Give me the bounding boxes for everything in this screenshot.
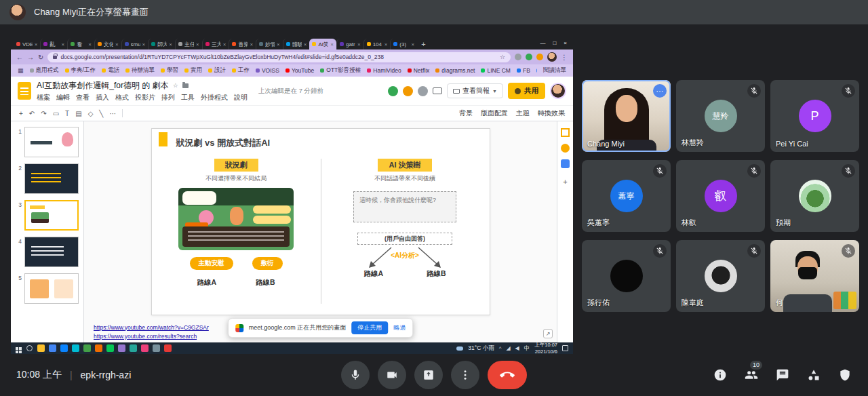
browser-tab[interactable]: 文化 × bbox=[94, 39, 121, 50]
browser-menu-icon[interactable]: ⋮ bbox=[561, 54, 568, 61]
keep-icon[interactable] bbox=[561, 144, 570, 153]
bookmark-item[interactable]: 應用程式 bbox=[30, 66, 59, 75]
tab-close-icon[interactable]: × bbox=[330, 41, 334, 47]
bookmark-item[interactable]: VOISS bbox=[256, 67, 279, 74]
tasks-icon[interactable] bbox=[561, 159, 570, 168]
toolbar-icon[interactable]: ▤ bbox=[75, 110, 81, 117]
account-avatar[interactable] bbox=[550, 83, 566, 99]
tab-close-icon[interactable]: × bbox=[223, 41, 226, 47]
participant-tile[interactable]: ⋯ 陳韋庭 bbox=[676, 240, 765, 312]
keep-note-icon[interactable] bbox=[561, 128, 570, 137]
extension-icon[interactable] bbox=[536, 54, 543, 60]
browser-tab[interactable]: gatr × bbox=[336, 39, 363, 50]
tab-close-icon[interactable]: × bbox=[277, 41, 280, 47]
dismiss-button[interactable]: 略過 bbox=[393, 323, 406, 332]
add-addon-icon[interactable]: + bbox=[563, 178, 567, 186]
last-edit-status[interactable]: 上次編輯是在 7 分鐘前 bbox=[258, 87, 323, 96]
participant-tile[interactable]: 蕙寧 ⋯ 吳蕙寧 bbox=[582, 160, 671, 232]
bookmark-item[interactable]: diagrams.net bbox=[435, 67, 475, 74]
participant-tile[interactable]: 叡 ⋯ 林叡 bbox=[676, 160, 765, 232]
address-input[interactable]: docs.google.com/presentation/d/1RTuYD7CP… bbox=[47, 52, 511, 62]
current-slide[interactable]: 狀況劇 vs 開放式對話AI 狀況劇 不同選擇帶來不同結局 bbox=[151, 128, 490, 315]
tab-close-icon[interactable]: × bbox=[142, 41, 146, 47]
tab-close-icon[interactable]: × bbox=[357, 41, 361, 47]
toolbar-icon[interactable]: ↶ bbox=[29, 110, 35, 117]
taskbar-app-icon[interactable] bbox=[118, 344, 125, 352]
filmstrip-item[interactable]: 4 bbox=[11, 237, 83, 267]
browser-tab[interactable]: 104 × bbox=[363, 39, 391, 50]
extension-icon[interactable] bbox=[526, 54, 532, 60]
tab-close-icon[interactable]: × bbox=[384, 41, 388, 47]
youtube-link[interactable]: https://www.youtube.com/results?search bbox=[94, 332, 209, 341]
tab-close-icon[interactable]: × bbox=[35, 41, 38, 47]
search-icon[interactable] bbox=[26, 345, 33, 351]
volume-icon[interactable]: ◀ bbox=[515, 345, 519, 351]
taskbar-app-icon[interactable] bbox=[60, 344, 68, 352]
host-controls-button[interactable] bbox=[838, 368, 852, 382]
activities-button[interactable] bbox=[807, 368, 821, 382]
slide-thumbnail[interactable] bbox=[24, 237, 79, 267]
browser-tab[interactable]: VDE × bbox=[14, 39, 40, 50]
extensions-icon[interactable] bbox=[515, 54, 521, 60]
bookmark-item[interactable]: LINE CM bbox=[481, 67, 510, 74]
youtube-link[interactable]: https://www.youtube.com/watch?v=C9GZSAr bbox=[94, 323, 209, 332]
bookmark-item[interactable]: OTT影音授權 bbox=[320, 66, 361, 75]
tab-close-icon[interactable]: × bbox=[196, 41, 199, 47]
filmstrip-item[interactable]: 5 bbox=[11, 273, 83, 304]
browser-tab[interactable]: 三大 × bbox=[202, 39, 229, 50]
present-button[interactable]: 查看簡報 ▼ bbox=[447, 83, 503, 98]
participants-button[interactable]: 10 bbox=[745, 368, 758, 382]
filmstrip-item[interactable]: 3 bbox=[11, 200, 83, 231]
menu-item[interactable]: 工具 bbox=[181, 93, 195, 102]
slides-logo-icon[interactable] bbox=[18, 82, 31, 100]
browser-tab[interactable]: 亂 × bbox=[40, 39, 67, 50]
tab-close-icon[interactable]: × bbox=[411, 41, 414, 47]
bookmark-item[interactable]: 工作 bbox=[232, 66, 250, 75]
slide-thumbnail[interactable] bbox=[24, 200, 79, 231]
browser-tab[interactable]: AI笑 × bbox=[309, 39, 336, 50]
folder-icon[interactable] bbox=[182, 83, 189, 88]
taskbar-app-icon[interactable] bbox=[83, 344, 91, 352]
bookmark-item[interactable]: Netflix bbox=[408, 67, 430, 74]
menu-item[interactable]: 檔案 bbox=[37, 93, 50, 102]
tray-expand-icon[interactable]: ^ bbox=[499, 345, 502, 351]
menu-item[interactable]: 投影片 bbox=[135, 93, 155, 102]
toolbar-text-button[interactable]: 轉換效果 bbox=[538, 108, 565, 118]
leave-call-button[interactable] bbox=[488, 361, 527, 389]
stop-sharing-button[interactable]: 停止共用 bbox=[351, 321, 388, 334]
browser-tab[interactable]: 首樂 × bbox=[229, 39, 256, 50]
taskbar-app-icon[interactable] bbox=[95, 344, 102, 352]
tab-close-icon[interactable]: × bbox=[169, 41, 172, 47]
toolbar-icon[interactable]: T bbox=[65, 110, 69, 117]
participant-tile[interactable]: 慧羚 ⋯ 林慧羚 bbox=[676, 80, 765, 152]
taskbar-app-icon[interactable] bbox=[49, 344, 56, 352]
taskbar-app-icon[interactable] bbox=[164, 344, 172, 352]
present-screen-button[interactable] bbox=[414, 361, 443, 389]
star-icon[interactable]: ☆ bbox=[173, 82, 178, 89]
toolbar-icon[interactable]: ◇ bbox=[88, 110, 94, 117]
present-to-meeting-icon[interactable] bbox=[433, 87, 442, 94]
bookmark-star-icon[interactable]: ☆ bbox=[500, 54, 505, 60]
chat-button[interactable] bbox=[776, 368, 789, 382]
slide-thumbnail[interactable] bbox=[24, 163, 79, 194]
bookmark-item[interactable]: 待辦清單 bbox=[125, 66, 155, 75]
extension-badge-icon[interactable] bbox=[388, 86, 398, 96]
menu-item[interactable]: 說明 bbox=[234, 93, 248, 102]
toolbar-icon[interactable]: ▭ bbox=[53, 110, 59, 117]
window-maximize-button[interactable]: □ bbox=[553, 40, 556, 46]
participant-tile[interactable]: P ⋯ Pei Yi Cai bbox=[770, 80, 859, 152]
extension-badge-icon[interactable] bbox=[403, 86, 413, 96]
network-icon[interactable]: ◢ bbox=[506, 345, 510, 351]
browser-tab[interactable]: 師大 × bbox=[148, 39, 175, 50]
participant-tile[interactable]: ⋯ Chang Miyi bbox=[582, 80, 671, 152]
slide-thumbnail[interactable] bbox=[24, 273, 79, 304]
bookmark-item[interactable]: FB bbox=[517, 67, 530, 74]
filmstrip-item[interactable]: 1 bbox=[11, 127, 83, 157]
notification-center-icon[interactable] bbox=[562, 345, 568, 351]
window-close-button[interactable]: × bbox=[564, 40, 567, 46]
bookmark-item[interactable]: HamiVideo bbox=[367, 67, 401, 74]
more-options-button[interactable] bbox=[451, 361, 479, 389]
expand-icon[interactable]: ↗ bbox=[543, 329, 553, 338]
toolbar-icon[interactable]: ↷ bbox=[41, 110, 46, 117]
bookmark-item[interactable]: 電話 bbox=[102, 66, 119, 75]
